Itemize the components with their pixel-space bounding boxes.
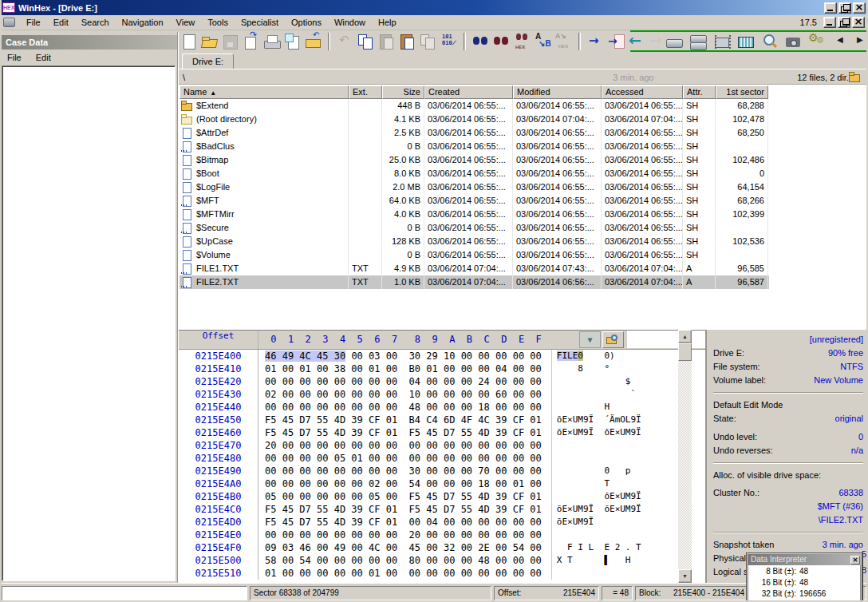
hex-rows[interactable]: 0215E40046 49 4C 45 30 00 03 00 30 29 10… xyxy=(179,350,705,580)
hex-scrollbar[interactable]: ▲ ▼ xyxy=(678,330,692,583)
table-row[interactable]: $UpCase128 KB03/06/2014 06:55:...03/06/2… xyxy=(180,235,769,248)
table-row[interactable]: $Bitmap25.0 KB03/06/2014 06:55:...03/06/… xyxy=(180,153,769,167)
hex-bytes[interactable]: F5 45 D7 55 4D 39 CF 01 F5 45 D7 55 4D 3… xyxy=(265,503,542,516)
hex-row[interactable]: 0215E450F5 45 D7 55 4D 39 CF 01 B4 C4 6D… xyxy=(179,414,705,426)
scrollbar-down-button[interactable]: ▼ xyxy=(678,569,692,583)
paste-button[interactable] xyxy=(377,32,397,51)
scrollbar-thumb[interactable] xyxy=(678,343,692,361)
menu-search[interactable]: Search xyxy=(75,16,116,29)
hex-bytes[interactable]: F5 45 D7 55 4D 39 CF 01 F5 45 D7 55 4D 3… xyxy=(265,426,542,439)
hex-row[interactable]: 0215E47020 00 00 00 00 00 00 00 00 00 00… xyxy=(179,439,705,452)
replace-hex-button[interactable] xyxy=(554,32,574,51)
restore-button[interactable] xyxy=(838,2,851,14)
menu-view[interactable]: View xyxy=(170,16,202,29)
find-hex-button[interactable] xyxy=(512,32,532,51)
copy-block-button[interactable] xyxy=(418,32,438,51)
hex-row[interactable]: 0215E4D0F5 45 D7 55 4D 39 CF 01 00 04 00… xyxy=(179,516,705,529)
clipboard-paste-button[interactable] xyxy=(397,32,417,51)
save-folder-button[interactable] xyxy=(303,32,323,51)
ram-editor-button[interactable] xyxy=(712,32,732,51)
hex-bytes[interactable]: F5 45 D7 55 4D 39 CF 01 00 04 00 00 00 0… xyxy=(265,516,542,529)
hex-bytes[interactable]: F5 45 D7 55 4D 39 CF 01 B4 C4 6D 4F 4C 3… xyxy=(265,414,542,426)
ascii-cursor[interactable]: 0 xyxy=(578,351,583,361)
column-header-attr-[interactable]: Attr. xyxy=(683,85,716,99)
hex-bytes[interactable]: 05 00 00 00 00 00 05 00 F5 45 D7 55 4D 3… xyxy=(265,490,542,503)
find-again-button[interactable] xyxy=(491,32,511,51)
hex-ascii[interactable]: F I L E 2 . T xyxy=(551,541,647,554)
binary-conversion-button[interactable] xyxy=(439,32,459,51)
menu-window[interactable]: Window xyxy=(328,16,372,29)
hex-row[interactable]: 0215E4A000 00 00 00 00 00 02 00 54 00 00… xyxy=(179,477,705,490)
hex-bytes[interactable]: 09 03 46 00 49 00 4C 00 45 00 32 00 2E 0… xyxy=(265,541,542,554)
hex-ascii[interactable]: õE×UM9Ï õE×UM9Ï xyxy=(551,503,647,516)
column-header-ext-[interactable]: Ext. xyxy=(349,85,382,99)
column-header-name[interactable]: Name▲ xyxy=(180,85,349,99)
column-header-accessed[interactable]: Accessed xyxy=(602,85,683,99)
hex-ascii[interactable]: T xyxy=(551,477,647,490)
goto-sector-button[interactable] xyxy=(606,32,626,51)
hex-row[interactable]: 0215E460F5 45 D7 55 4D 39 CF 01 F5 45 D7… xyxy=(179,426,705,439)
undo-button[interactable] xyxy=(335,32,355,51)
open-disk-button[interactable] xyxy=(664,32,684,51)
hex-bytes[interactable]: 00 00 00 00 00 00 00 00 04 00 00 00 24 0… xyxy=(265,375,542,388)
hex-row[interactable]: 0215E42000 00 00 00 00 00 00 00 04 00 00… xyxy=(179,375,705,388)
table-row[interactable]: $LogFile2.0 MB03/06/2014 06:55:...03/06/… xyxy=(180,180,769,194)
menu-navigation[interactable]: Navigation xyxy=(116,16,170,29)
data-interpreter-window[interactable]: Data Interpreter × 8 Bit (±):4816 Bit (±… xyxy=(746,552,862,602)
hex-bytes[interactable]: 46 49 4C 45 30 00 03 00 30 29 10 00 00 0… xyxy=(265,350,542,362)
open-file-button[interactable] xyxy=(199,32,219,51)
hex-row[interactable]: 0215E44000 00 00 00 00 00 00 00 48 00 00… xyxy=(179,401,705,414)
print-button[interactable] xyxy=(262,32,282,51)
menu-specialist[interactable]: Specialist xyxy=(235,16,285,29)
case-menu-edit[interactable]: Edit xyxy=(29,51,58,64)
child-close-button[interactable] xyxy=(852,17,865,28)
goto-offset-button[interactable] xyxy=(586,32,606,51)
scroll-right-button[interactable] xyxy=(851,32,868,51)
hex-row[interactable]: 0215E40046 49 4C 45 30 00 03 00 30 29 10… xyxy=(179,350,705,362)
hex-ascii[interactable] xyxy=(551,439,647,452)
template-button[interactable] xyxy=(736,32,756,51)
hex-bytes[interactable]: 01 00 00 00 00 00 01 00 00 00 00 00 00 0… xyxy=(265,567,542,580)
folder-up-icon[interactable] xyxy=(849,72,862,83)
table-row[interactable]: FILE2.TXTTXT1.0 KB03/06/2014 07:04:...03… xyxy=(180,275,769,289)
hex-ascii[interactable]: $ xyxy=(551,375,647,388)
column-header-modified[interactable]: Modified xyxy=(513,85,602,99)
preview-button[interactable] xyxy=(760,32,779,51)
hex-search-folder-button[interactable] xyxy=(602,331,624,348)
hex-dropdown-button[interactable]: ▼ xyxy=(579,331,601,348)
hex-row[interactable]: 0215E41001 00 01 00 38 00 01 00 B0 01 00… xyxy=(179,362,705,375)
new-file-button[interactable] xyxy=(179,32,199,51)
hex-ascii[interactable]: 0 p xyxy=(551,465,647,477)
hex-bytes[interactable]: 58 00 54 00 00 00 00 00 80 00 00 00 48 0… xyxy=(265,554,542,567)
table-row[interactable]: $Secure0 B03/06/2014 06:55:...03/06/2014… xyxy=(180,221,769,235)
menu-file[interactable]: File xyxy=(20,16,47,29)
hex-row[interactable]: 0215E4B005 00 00 00 00 00 05 00 F5 45 D7… xyxy=(179,490,705,503)
case-menu-file[interactable]: File xyxy=(0,51,29,64)
table-row[interactable]: $MFT64.0 KB03/06/2014 06:55:...03/06/201… xyxy=(180,194,769,208)
table-row[interactable]: $Extend448 B03/06/2014 06:55:...03/06/20… xyxy=(180,99,769,113)
menu-edit[interactable]: Edit xyxy=(47,16,75,29)
data-interpreter-titlebar[interactable]: Data Interpreter × xyxy=(748,554,861,565)
tab-drive-e[interactable]: Drive E: xyxy=(182,53,234,69)
table-row[interactable]: $BadClus0 B03/06/2014 06:55:...03/06/201… xyxy=(180,140,769,153)
hex-ascii[interactable]: õE×UM9Ï xyxy=(551,490,647,503)
hex-editor[interactable]: Offset 0 1 2 3 4 5 6 7 8 9 A B C D E F ▼… xyxy=(179,330,705,583)
hex-ascii[interactable] xyxy=(551,529,647,541)
copy-button[interactable] xyxy=(356,32,376,51)
hex-bytes[interactable]: 00 00 00 00 00 00 00 00 30 00 00 00 70 0… xyxy=(265,465,542,477)
hex-bytes[interactable]: 00 00 00 00 00 00 00 00 20 00 00 00 00 0… xyxy=(265,529,542,541)
table-row[interactable]: $Boot8.0 KB03/06/2014 06:55:...03/06/201… xyxy=(180,167,769,180)
child-restore-button[interactable] xyxy=(838,17,850,28)
child-window-icon[interactable] xyxy=(3,18,15,27)
table-row[interactable]: FILE1.TXTTXT4.9 KB03/06/2014 07:04:...03… xyxy=(180,262,769,275)
hex-row[interactable]: 0215E4E000 00 00 00 00 00 00 00 20 00 00… xyxy=(179,529,705,541)
table-row[interactable]: $MFTMirr4.0 KB03/06/2014 06:55:...03/06/… xyxy=(180,208,769,221)
snapshot-button[interactable] xyxy=(783,32,803,51)
hex-ascii[interactable]: õE×UM9Ï õE×UM9Ï xyxy=(551,426,647,439)
hex-bytes[interactable]: 20 00 00 00 00 00 00 00 00 00 00 00 00 0… xyxy=(265,439,542,452)
save-button[interactable] xyxy=(220,32,240,51)
menu-tools[interactable]: Tools xyxy=(201,16,235,29)
disk-tools-button[interactable] xyxy=(688,32,708,51)
properties-button[interactable] xyxy=(282,32,302,51)
options-button[interactable] xyxy=(807,32,827,51)
